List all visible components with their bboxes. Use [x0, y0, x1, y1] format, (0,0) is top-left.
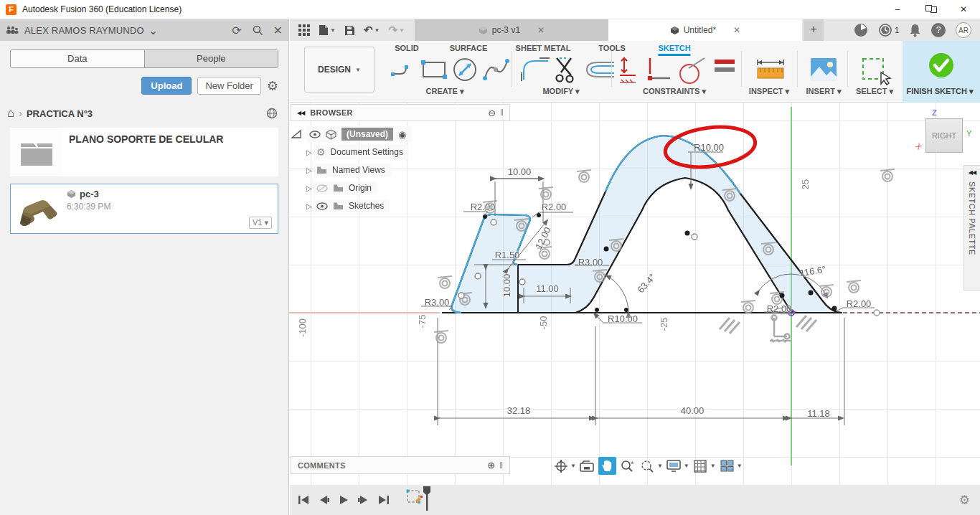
select-tool-icon[interactable]	[861, 57, 894, 85]
display-settings-icon[interactable]	[665, 457, 683, 475]
browser-item-document-settings[interactable]: ▷ ⚙ Document Settings	[306, 143, 510, 161]
job-status-icon[interactable]	[854, 23, 868, 37]
document-root-label[interactable]: (Unsaved)	[341, 128, 393, 141]
timeline-play-button[interactable]	[337, 494, 350, 506]
timeline-step-back-button[interactable]	[317, 494, 330, 506]
tangent-constraint-icon[interactable]	[677, 57, 706, 85]
breadcrumb-folder[interactable]: PRACTICA N°3	[27, 108, 93, 119]
group-constraints[interactable]: CONSTRAINTS ▾	[643, 87, 706, 96]
viewports-icon[interactable]	[718, 457, 736, 475]
pan-tool-icon[interactable]	[598, 457, 616, 475]
dimension-label[interactable]: 11.00	[536, 283, 559, 294]
dimension-label[interactable]: R2.00	[542, 202, 567, 212]
close-tab-icon[interactable]: ✕	[537, 25, 545, 35]
sketch-palette-collapsed[interactable]: ◀◀ SKETCH PALETTE	[963, 165, 980, 290]
equal-constraint-icon[interactable]	[713, 57, 736, 75]
visibility-eye-icon[interactable]	[309, 131, 321, 138]
new-tab-button[interactable]: +	[804, 19, 824, 41]
help-icon[interactable]: ?	[931, 23, 946, 37]
group-create[interactable]: CREATE ▾	[426, 87, 464, 96]
workspace-selector[interactable]: DESIGN▼	[304, 47, 374, 93]
measure-tool-icon[interactable]	[755, 57, 786, 82]
browser-item-origin[interactable]: ▷ Origin	[306, 179, 510, 197]
redo-button[interactable]: ↷▼	[388, 24, 405, 37]
grid-snap-icon[interactable]	[692, 457, 710, 475]
visibility-eye-icon[interactable]	[316, 202, 328, 210]
dimension-label[interactable]: R10.00	[694, 142, 724, 153]
rectangle-tool-icon[interactable]	[420, 57, 448, 81]
dimension-label[interactable]: 11.18	[807, 408, 830, 419]
settings-gear-icon[interactable]: ⚙	[267, 78, 278, 94]
home-icon[interactable]: ⌂	[7, 106, 14, 121]
timeline-begin-button[interactable]	[297, 494, 310, 506]
account-name[interactable]: ALEX RAMOS RAYMUNDO	[24, 25, 144, 36]
expander-icon[interactable]: ▷	[306, 166, 314, 174]
zoom-window-icon[interactable]	[639, 457, 656, 475]
dimension-label[interactable]: R3.00	[578, 257, 603, 268]
activate-radio-icon[interactable]: ◉	[398, 129, 406, 140]
comments-bar[interactable]: COMMENTS ⊕ ‖	[291, 456, 510, 474]
expander-icon[interactable]: ▷	[306, 148, 314, 156]
tab-people[interactable]: People	[144, 50, 278, 67]
dimension-label[interactable]: 10.00	[501, 274, 512, 298]
file-menu-button[interactable]: ▼	[319, 24, 336, 36]
expand-palette-icon[interactable]: ◀◀	[969, 169, 976, 176]
dimension-label[interactable]: 32.18	[507, 405, 531, 416]
timeline-gear-icon[interactable]: ⚙	[959, 493, 970, 508]
add-comment-icon[interactable]: ⊕	[487, 460, 495, 471]
undo-button[interactable]: ↶▼	[364, 24, 380, 37]
spline-tool-icon[interactable]	[482, 57, 511, 82]
user-avatar[interactable]: AR	[956, 22, 971, 38]
dimension-label[interactable]: R3.00	[425, 297, 450, 308]
job-clock-icon[interactable]	[878, 23, 892, 37]
ribbon-tab-tools[interactable]: TOOLS	[598, 44, 626, 52]
close-panel-icon[interactable]: ✕	[273, 24, 283, 37]
timeline-step-forward-button[interactable]	[357, 494, 370, 506]
dimension-label[interactable]: R2.00	[767, 303, 792, 314]
upload-button[interactable]: Upload	[141, 77, 192, 95]
document-tab-pc3[interactable]: pc-3 v1 ✕	[415, 19, 608, 41]
circle-tool-icon[interactable]	[452, 57, 478, 82]
insert-image-icon[interactable]	[809, 57, 838, 82]
finish-sketch-label[interactable]: FINISH SKETCH ▾	[907, 87, 974, 96]
browser-grip-icon[interactable]: ‖	[500, 108, 504, 118]
browser-item-sketches[interactable]: ▷ Sketches	[306, 197, 510, 214]
notifications-bell-icon[interactable]	[909, 24, 921, 37]
file-card-pc3[interactable]: pc-3 6:30:39 PM V1 ▾	[10, 184, 278, 234]
look-at-icon[interactable]	[578, 457, 596, 475]
browser-root-row[interactable]: (Unsaved) ◉	[291, 126, 510, 143]
ribbon-tab-surface[interactable]: SURFACE	[450, 44, 488, 52]
browser-header[interactable]: ◀◀ BROWSER ⊖ ‖	[291, 104, 510, 121]
zoom-tool-icon[interactable]: ±	[618, 457, 636, 475]
group-inspect[interactable]: INSPECT ▾	[749, 87, 789, 96]
version-badge[interactable]: V1 ▾	[249, 217, 272, 229]
ribbon-tab-solid[interactable]: SOLID	[395, 44, 419, 52]
save-icon[interactable]	[344, 25, 355, 36]
browser-minimize-icon[interactable]: ⊖	[488, 108, 496, 118]
search-icon[interactable]	[252, 24, 263, 36]
refresh-icon[interactable]: ⟳	[232, 24, 241, 37]
dimension-label[interactable]: 40.00	[681, 405, 705, 416]
line-tool-icon[interactable]	[390, 57, 416, 81]
sketch-dimension-icon[interactable]	[618, 57, 637, 85]
ribbon-tab-sheetmetal[interactable]: SHEET METAL	[516, 44, 571, 52]
fillet-tool-icon[interactable]	[521, 57, 551, 82]
horizontal-vertical-constraint-icon[interactable]	[646, 57, 672, 84]
hidden-eye-icon[interactable]	[316, 184, 328, 192]
tab-data[interactable]: Data	[11, 50, 144, 67]
expander-icon[interactable]: ▷	[306, 202, 314, 210]
browser-item-named-views[interactable]: ▷ Named Views	[306, 161, 510, 179]
ribbon-tab-sketch[interactable]: SKETCH	[658, 44, 690, 56]
dimension-label[interactable]: R10.00	[608, 313, 638, 324]
dimension-label[interactable]: 10.00	[508, 166, 532, 177]
close-button[interactable]: ✕	[947, 0, 980, 19]
orbit-tool-icon[interactable]	[552, 457, 570, 475]
sketch-canvas[interactable]: 10.00R2.00R2.0012.00R1.50R3.0010.0011.00…	[289, 103, 980, 485]
viewcube[interactable]: RIGHT	[925, 118, 963, 153]
group-insert[interactable]: INSERT ▾	[806, 87, 842, 96]
comments-grip-icon[interactable]: ‖	[499, 460, 503, 471]
trim-tool-icon[interactable]	[554, 57, 580, 84]
globe-eye-icon[interactable]	[266, 108, 278, 120]
close-tab-icon[interactable]: ✕	[733, 25, 740, 35]
dimension-label[interactable]: R1.50	[495, 250, 520, 260]
